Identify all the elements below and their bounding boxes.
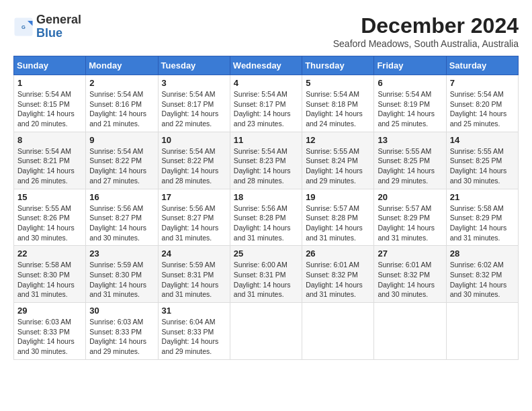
calendar-cell: 3Sunrise: 5:54 AM Sunset: 8:17 PM Daylig…	[158, 75, 230, 132]
location-title: Seaford Meadows, South Australia, Austra…	[333, 38, 519, 49]
calendar-cell: 20Sunrise: 5:57 AM Sunset: 8:29 PM Dayli…	[374, 189, 446, 246]
day-number: 12	[306, 135, 370, 145]
day-info: Sunrise: 5:55 AM Sunset: 8:25 PM Dayligh…	[378, 146, 442, 186]
day-number: 29	[17, 306, 82, 316]
day-number: 3	[162, 78, 226, 88]
calendar-cell	[230, 303, 302, 360]
day-number: 5	[306, 78, 370, 88]
day-number: 30	[89, 306, 154, 316]
day-number: 28	[450, 248, 515, 259]
day-number: 22	[17, 248, 82, 259]
logo-icon: G	[13, 17, 34, 37]
day-info: Sunrise: 6:01 AM Sunset: 8:32 PM Dayligh…	[378, 260, 442, 300]
calendar-cell: 8Sunrise: 5:54 AM Sunset: 8:21 PM Daylig…	[14, 132, 86, 189]
day-info: Sunrise: 5:54 AM Sunset: 8:17 PM Dayligh…	[234, 89, 298, 129]
day-number: 10	[162, 135, 226, 145]
calendar-week-4: 22Sunrise: 5:58 AM Sunset: 8:30 PM Dayli…	[14, 246, 519, 303]
month-title: December 2024	[333, 13, 519, 38]
calendar-cell: 10Sunrise: 5:54 AM Sunset: 8:22 PM Dayli…	[158, 132, 230, 189]
day-info: Sunrise: 5:54 AM Sunset: 8:17 PM Dayligh…	[162, 89, 226, 129]
calendar-cell: 23Sunrise: 5:59 AM Sunset: 8:30 PM Dayli…	[86, 246, 158, 303]
calendar-cell: 21Sunrise: 5:58 AM Sunset: 8:29 PM Dayli…	[446, 189, 518, 246]
day-number: 2	[89, 78, 154, 88]
day-info: Sunrise: 5:56 AM Sunset: 8:27 PM Dayligh…	[162, 203, 226, 243]
calendar-cell	[374, 303, 446, 360]
calendar-cell: 6Sunrise: 5:54 AM Sunset: 8:19 PM Daylig…	[374, 75, 446, 132]
calendar-cell: 27Sunrise: 6:01 AM Sunset: 8:32 PM Dayli…	[374, 246, 446, 303]
day-number: 8	[17, 135, 82, 145]
calendar-cell: 11Sunrise: 5:54 AM Sunset: 8:23 PM Dayli…	[230, 132, 302, 189]
day-number: 31	[162, 306, 226, 316]
logo-general: General	[36, 13, 81, 27]
day-number: 11	[234, 135, 298, 145]
day-number: 17	[162, 192, 226, 202]
day-info: Sunrise: 5:56 AM Sunset: 8:27 PM Dayligh…	[89, 203, 154, 243]
weekday-header-friday: Friday	[374, 56, 446, 75]
calendar-table: SundayMondayTuesdayWednesdayThursdayFrid…	[13, 56, 519, 360]
day-info: Sunrise: 6:00 AM Sunset: 8:31 PM Dayligh…	[234, 260, 298, 300]
day-number: 7	[450, 78, 515, 88]
day-info: Sunrise: 5:58 AM Sunset: 8:29 PM Dayligh…	[450, 203, 515, 243]
calendar-week-1: 1Sunrise: 5:54 AM Sunset: 8:15 PM Daylig…	[14, 75, 519, 132]
day-info: Sunrise: 5:55 AM Sunset: 8:26 PM Dayligh…	[17, 203, 82, 243]
day-number: 13	[378, 135, 442, 145]
calendar-header: SundayMondayTuesdayWednesdayThursdayFrid…	[14, 56, 519, 75]
day-number: 1	[17, 78, 82, 88]
day-number: 16	[89, 192, 154, 202]
logo-blue: Blue	[36, 27, 81, 40]
day-info: Sunrise: 5:56 AM Sunset: 8:28 PM Dayligh…	[234, 203, 298, 243]
day-info: Sunrise: 5:54 AM Sunset: 8:15 PM Dayligh…	[17, 89, 82, 129]
day-number: 19	[306, 192, 370, 202]
day-number: 26	[306, 248, 370, 259]
calendar-cell	[302, 303, 374, 360]
day-info: Sunrise: 5:58 AM Sunset: 8:30 PM Dayligh…	[17, 260, 82, 300]
logo: G General Blue	[13, 13, 81, 40]
day-info: Sunrise: 5:54 AM Sunset: 8:22 PM Dayligh…	[89, 146, 154, 186]
calendar-cell: 30Sunrise: 6:03 AM Sunset: 8:33 PM Dayli…	[86, 303, 158, 360]
day-info: Sunrise: 6:02 AM Sunset: 8:32 PM Dayligh…	[450, 260, 515, 300]
svg-text:G: G	[21, 24, 26, 30]
calendar-cell: 24Sunrise: 5:59 AM Sunset: 8:31 PM Dayli…	[158, 246, 230, 303]
calendar-cell: 25Sunrise: 6:00 AM Sunset: 8:31 PM Dayli…	[230, 246, 302, 303]
day-number: 20	[378, 192, 442, 202]
calendar-cell: 31Sunrise: 6:04 AM Sunset: 8:33 PM Dayli…	[158, 303, 230, 360]
day-info: Sunrise: 5:59 AM Sunset: 8:30 PM Dayligh…	[89, 260, 154, 300]
logo-text: General Blue	[36, 13, 81, 40]
calendar-cell: 14Sunrise: 5:55 AM Sunset: 8:25 PM Dayli…	[446, 132, 518, 189]
calendar-week-3: 15Sunrise: 5:55 AM Sunset: 8:26 PM Dayli…	[14, 189, 519, 246]
page-header: G General Blue December 2024 Seaford Mea…	[13, 13, 519, 49]
calendar-cell: 28Sunrise: 6:02 AM Sunset: 8:32 PM Dayli…	[446, 246, 518, 303]
day-number: 15	[17, 192, 82, 202]
title-block: December 2024 Seaford Meadows, South Aus…	[333, 13, 519, 49]
calendar-cell: 2Sunrise: 5:54 AM Sunset: 8:16 PM Daylig…	[86, 75, 158, 132]
day-number: 21	[450, 192, 515, 202]
calendar-cell: 18Sunrise: 5:56 AM Sunset: 8:28 PM Dayli…	[230, 189, 302, 246]
day-number: 27	[378, 248, 442, 259]
day-info: Sunrise: 6:03 AM Sunset: 8:33 PM Dayligh…	[89, 317, 154, 357]
calendar-cell: 1Sunrise: 5:54 AM Sunset: 8:15 PM Daylig…	[14, 75, 86, 132]
day-info: Sunrise: 5:54 AM Sunset: 8:23 PM Dayligh…	[234, 146, 298, 186]
day-info: Sunrise: 5:54 AM Sunset: 8:16 PM Dayligh…	[89, 89, 154, 129]
day-info: Sunrise: 5:54 AM Sunset: 8:19 PM Dayligh…	[378, 89, 442, 129]
calendar-cell: 17Sunrise: 5:56 AM Sunset: 8:27 PM Dayli…	[158, 189, 230, 246]
calendar-cell: 22Sunrise: 5:58 AM Sunset: 8:30 PM Dayli…	[14, 246, 86, 303]
day-info: Sunrise: 5:59 AM Sunset: 8:31 PM Dayligh…	[162, 260, 226, 300]
day-number: 25	[234, 248, 298, 259]
day-info: Sunrise: 5:54 AM Sunset: 8:22 PM Dayligh…	[162, 146, 226, 186]
calendar-week-5: 29Sunrise: 6:03 AM Sunset: 8:33 PM Dayli…	[14, 303, 519, 360]
day-number: 9	[89, 135, 154, 145]
day-info: Sunrise: 5:57 AM Sunset: 8:29 PM Dayligh…	[378, 203, 442, 243]
calendar-cell: 12Sunrise: 5:55 AM Sunset: 8:24 PM Dayli…	[302, 132, 374, 189]
weekday-header-wednesday: Wednesday	[230, 56, 302, 75]
calendar-cell	[446, 303, 518, 360]
day-info: Sunrise: 6:01 AM Sunset: 8:32 PM Dayligh…	[306, 260, 370, 300]
weekday-header-monday: Monday	[86, 56, 158, 75]
weekday-header-tuesday: Tuesday	[158, 56, 230, 75]
weekday-header-saturday: Saturday	[446, 56, 518, 75]
day-info: Sunrise: 5:54 AM Sunset: 8:20 PM Dayligh…	[450, 89, 515, 129]
calendar-cell: 7Sunrise: 5:54 AM Sunset: 8:20 PM Daylig…	[446, 75, 518, 132]
day-number: 18	[234, 192, 298, 202]
day-info: Sunrise: 5:54 AM Sunset: 8:21 PM Dayligh…	[17, 146, 82, 186]
day-number: 23	[89, 248, 154, 259]
day-info: Sunrise: 5:57 AM Sunset: 8:28 PM Dayligh…	[306, 203, 370, 243]
